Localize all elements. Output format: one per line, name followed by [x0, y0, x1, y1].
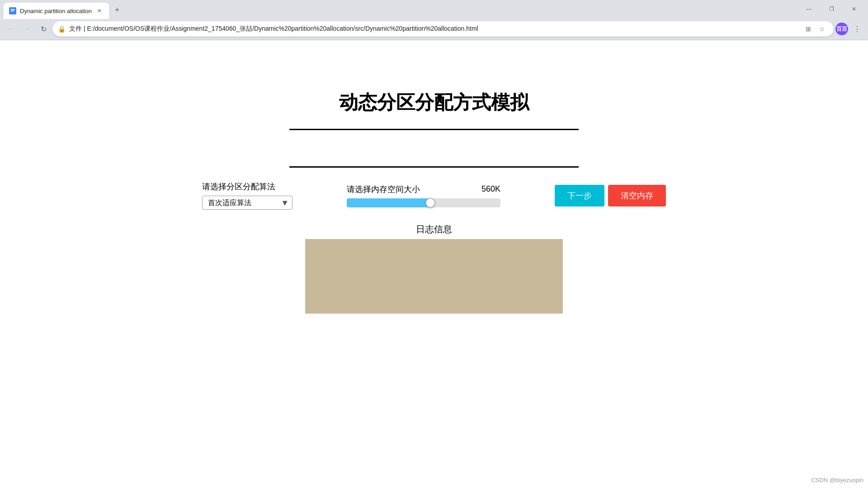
- bookmark-icon[interactable]: ☆: [816, 23, 828, 35]
- tab-title: Dynamic partition allocation: [20, 8, 92, 14]
- new-tab-button[interactable]: +: [111, 4, 123, 16]
- tab-favicon: [9, 7, 16, 14]
- log-label: 日志信息: [305, 223, 563, 235]
- algo-select-wrapper: 首次适应算法 最佳适应算法 最坏适应算法 ▼: [202, 196, 292, 210]
- forward-button[interactable]: →: [20, 22, 34, 36]
- close-button[interactable]: ✕: [844, 2, 864, 16]
- memory-size-slider[interactable]: [347, 198, 500, 207]
- action-buttons: 下一步 清空内存: [555, 185, 666, 206]
- address-bar[interactable]: 🔒 文件 | E:/document/OS/OS课程作业/Assignment2…: [52, 21, 834, 37]
- browser-menu-button[interactable]: ⋮: [850, 22, 864, 36]
- algo-select-group: 请选择分区分配算法 首次适应算法 最佳适应算法 最坏适应算法 ▼: [202, 181, 292, 210]
- memory-size-group: 请选择内存空间大小 560K: [347, 184, 500, 207]
- tab-close-button[interactable]: ✕: [95, 7, 104, 15]
- window-controls: — ❐ ✕: [798, 2, 864, 16]
- controls-row: 请选择分区分配算法 首次适应算法 最佳适应算法 最坏适应算法 ▼ 请选择内存空间…: [0, 181, 868, 210]
- memory-empty-space: [289, 130, 579, 166]
- mem-size-value: 560K: [481, 184, 500, 194]
- next-step-button[interactable]: 下一步: [555, 185, 604, 206]
- back-button[interactable]: ←: [4, 22, 18, 36]
- minimize-button[interactable]: —: [798, 2, 819, 16]
- translate-icon[interactable]: ⊞: [802, 23, 815, 35]
- address-icons: ⊞ ☆: [802, 23, 828, 35]
- maximize-button[interactable]: ❐: [821, 2, 842, 16]
- lock-icon: 🔒: [58, 25, 66, 33]
- clear-memory-button[interactable]: 清空内存: [608, 185, 666, 206]
- address-text: 文件 | E:/document/OS/OS课程作业/Assignment2_1…: [69, 25, 798, 33]
- page-main-title: 动态分区分配方式模拟: [0, 90, 868, 115]
- active-tab[interactable]: Dynamic partition allocation ✕: [4, 3, 109, 19]
- memory-bottom-border: [289, 166, 579, 168]
- mem-size-label: 请选择内存空间大小: [347, 184, 420, 195]
- page-content: 动态分区分配方式模拟 请选择分区分配算法 首次适应算法 最佳适应算法 最坏适应算…: [0, 40, 868, 488]
- memory-visualization: [289, 129, 579, 168]
- mem-size-header: 请选择内存空间大小 560K: [347, 184, 500, 195]
- algo-select[interactable]: 首次适应算法 最佳适应算法 最坏适应算法: [202, 196, 292, 210]
- log-section: 日志信息: [305, 223, 563, 314]
- svg-rect-2: [11, 10, 14, 11]
- profile-button[interactable]: 百百: [835, 23, 848, 35]
- watermark: CSDN @biyezuopin: [811, 477, 863, 483]
- svg-rect-1: [11, 9, 14, 10]
- tab-bar: Dynamic partition allocation ✕ + — ❐ ✕: [0, 0, 868, 18]
- svg-rect-3: [11, 11, 13, 12]
- algo-select-label: 请选择分区分配算法: [202, 181, 292, 192]
- address-bar-row: ← → ↻ 🔒 文件 | E:/document/OS/OS课程作业/Assig…: [0, 18, 868, 40]
- refresh-button[interactable]: ↻: [36, 22, 51, 36]
- log-area: [305, 239, 563, 314]
- browser-chrome: Dynamic partition allocation ✕ + — ❐ ✕ ←…: [0, 0, 868, 40]
